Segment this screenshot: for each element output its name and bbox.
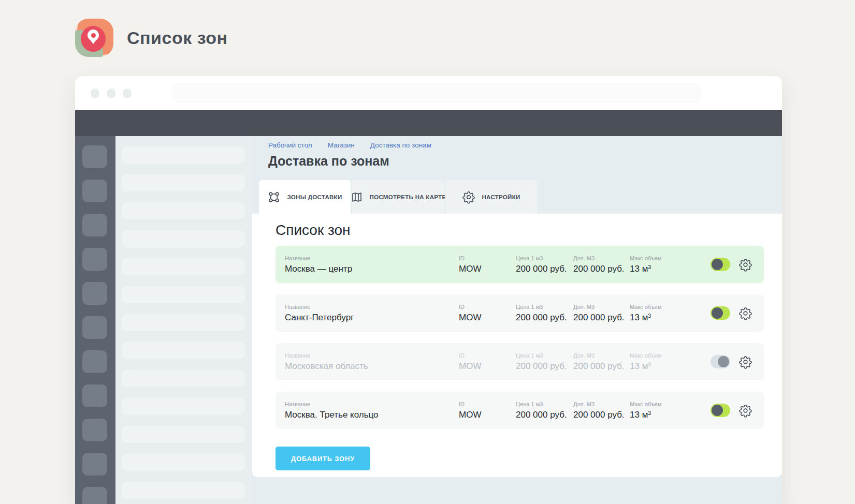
column-label-extra: Доп. М3 xyxy=(573,255,630,261)
main-title: Доставка по зонам xyxy=(268,154,389,169)
sidebar-tile-placeholder xyxy=(82,487,107,504)
zone-row[interactable]: Название Москва. Третье кольцо ID MOW Це… xyxy=(276,392,764,429)
zone-max-cell: Макс объем 13 м³ xyxy=(630,352,711,372)
tab-label: НАСТРОЙКИ xyxy=(482,194,520,200)
window-control-icon[interactable] xyxy=(107,88,115,98)
zone-id-value: MOW xyxy=(459,313,516,323)
zone-extra-value: 200 000 руб. xyxy=(573,410,630,420)
zone-price-value: 200 000 руб. xyxy=(516,313,573,323)
toggle-knob xyxy=(718,356,729,367)
page-title: Список зон xyxy=(127,28,228,48)
column-label-id: ID xyxy=(459,401,516,407)
column-label-name: Название xyxy=(285,304,459,310)
sidebar-tile-placeholder xyxy=(82,248,107,271)
zone-enabled-toggle[interactable] xyxy=(711,258,730,271)
zone-extra-cell: Доп. М3 200 000 руб. xyxy=(573,352,630,372)
gear-icon[interactable] xyxy=(738,306,752,320)
sidebar-bar-placeholder xyxy=(122,426,245,443)
sidebar-tile-placeholder xyxy=(82,316,107,339)
zone-price-value: 200 000 руб. xyxy=(516,410,573,420)
tab-delivery-zones[interactable]: ЗОНЫ ДОСТАВКИ xyxy=(259,180,351,214)
zone-price-value: 200 000 руб. xyxy=(516,361,573,372)
sidebar-bar-placeholder xyxy=(122,314,245,331)
zone-enabled-toggle[interactable] xyxy=(711,355,730,368)
tab-label: ЗОНЫ ДОСТАВКИ xyxy=(287,194,342,200)
column-label-max: Макс объем xyxy=(630,304,711,310)
zone-name-cell: Название Москва — центр xyxy=(285,255,459,274)
map-pin-logo-icon xyxy=(75,19,113,57)
gear-icon xyxy=(462,190,475,204)
zone-price-value: 200 000 руб. xyxy=(516,264,573,274)
zone-id-cell: ID MOW xyxy=(459,255,516,274)
main-area: Рабочий стол Магазин Доставка по зонам Д… xyxy=(252,136,782,504)
breadcrumb-zone-delivery[interactable]: Доставка по зонам xyxy=(370,141,431,149)
zone-row[interactable]: Название Московская область ID MOW Цена … xyxy=(276,343,764,380)
zone-name-value: Санкт-Петербург xyxy=(285,313,459,323)
zone-enabled-toggle[interactable] xyxy=(711,306,730,320)
column-label-price: Цена 1 м3 xyxy=(516,352,573,359)
zone-extra-value: 200 000 руб. xyxy=(573,313,630,323)
window-control-icon[interactable] xyxy=(123,88,132,98)
zone-row[interactable]: Название Санкт-Петербург ID MOW Цена 1 м… xyxy=(276,294,764,332)
column-label-price: Цена 1 м3 xyxy=(516,304,573,310)
address-bar[interactable] xyxy=(172,84,701,102)
column-label-max: Макс объем xyxy=(630,401,711,407)
tab-bar: ЗОНЫ ДОСТАВКИ ПОСМОТРЕТЬ НА КАРТЕ xyxy=(259,180,537,214)
column-label-max: Макс объем xyxy=(630,352,711,359)
zone-max-value: 13 м³ xyxy=(630,410,711,420)
sidebar-bar-placeholder xyxy=(122,230,245,247)
tab-label: ПОСМОТРЕТЬ НА КАРТЕ xyxy=(370,194,446,200)
zone-price-cell: Цена 1 м3 200 000 руб. xyxy=(516,255,573,274)
tab-view-on-map[interactable]: ПОСМОТРЕТЬ НА КАРТЕ xyxy=(352,180,444,214)
zone-enabled-toggle[interactable] xyxy=(711,404,730,417)
sidebar-bar-placeholder xyxy=(122,258,245,275)
zone-id-value: MOW xyxy=(459,361,516,372)
zone-id-cell: ID MOW xyxy=(459,352,516,372)
sidebar-tile-placeholder xyxy=(82,453,107,476)
zone-row[interactable]: Название Москва — центр ID MOW Цена 1 м3… xyxy=(276,246,764,283)
zones-panel: Список зон Название Москва — центр ID MO… xyxy=(252,214,782,477)
breadcrumb-shop[interactable]: Магазин xyxy=(328,141,355,149)
browser-window: Рабочий стол Магазин Доставка по зонам Д… xyxy=(75,76,782,504)
zone-id-cell: ID MOW xyxy=(459,304,516,323)
sidebar-bar-placeholder xyxy=(122,454,245,471)
page: Список зон Рабочий стол Магазин Доставка… xyxy=(0,0,855,504)
zone-name-value: Москва. Третье кольцо xyxy=(285,410,459,420)
zone-name-cell: Название Москва. Третье кольцо xyxy=(285,401,459,420)
sidebar-tile-placeholder xyxy=(82,419,107,441)
zone-max-cell: Макс объем 13 м³ xyxy=(630,255,711,274)
column-label-max: Макс объем xyxy=(630,255,711,261)
zone-max-value: 13 м³ xyxy=(630,264,711,274)
zone-polygon-icon xyxy=(267,190,281,204)
section-title: Список зон xyxy=(276,222,764,239)
sidebar-tile-placeholder xyxy=(82,350,107,373)
map-icon xyxy=(350,190,364,204)
zone-extra-cell: Доп. М3 200 000 руб. xyxy=(573,304,630,323)
zone-price-cell: Цена 1 м3 200 000 руб. xyxy=(516,304,573,323)
zone-price-cell: Цена 1 м3 200 000 руб. xyxy=(516,352,573,372)
zone-name-cell: Название Московская область xyxy=(285,352,459,372)
gear-icon[interactable] xyxy=(738,355,752,369)
zone-name-value: Москва — центр xyxy=(285,264,459,274)
window-control-icon[interactable] xyxy=(91,88,99,98)
zone-max-cell: Макс объем 13 м³ xyxy=(630,401,711,420)
gear-icon[interactable] xyxy=(738,404,752,418)
tab-settings[interactable]: НАСТРОЙКИ xyxy=(445,180,537,214)
zone-id-value: MOW xyxy=(459,264,516,274)
zone-extra-value: 200 000 руб. xyxy=(573,264,630,274)
column-label-extra: Доп. М3 xyxy=(573,401,630,407)
column-label-name: Название xyxy=(285,352,459,359)
gear-icon[interactable] xyxy=(738,258,752,272)
zone-list: Название Москва — центр ID MOW Цена 1 м3… xyxy=(276,246,764,429)
icon-sidebar xyxy=(75,136,115,504)
zone-name-cell: Название Санкт-Петербург xyxy=(285,304,459,323)
zone-id-cell: ID MOW xyxy=(459,401,516,420)
zone-extra-cell: Доп. М3 200 000 руб. xyxy=(573,255,630,274)
sidebar-tile-placeholder xyxy=(82,384,107,407)
breadcrumb-desktop[interactable]: Рабочий стол xyxy=(268,141,312,149)
add-zone-button[interactable]: ДОБАВИТЬ ЗОНУ xyxy=(276,447,370,470)
zone-max-value: 13 м³ xyxy=(630,313,711,323)
column-label-id: ID xyxy=(459,255,516,261)
zone-extra-value: 200 000 руб. xyxy=(573,361,630,372)
sidebar-bar-placeholder xyxy=(122,202,245,219)
